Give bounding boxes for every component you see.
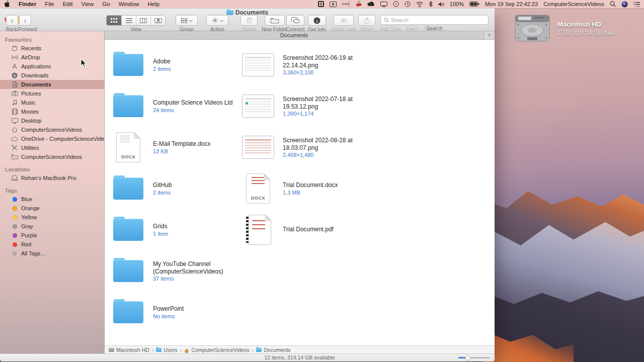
- share-button[interactable]: [358, 15, 375, 26]
- path-segment-macintosh-hd[interactable]: Macintosh HD: [109, 347, 149, 353]
- view-coverflow-button[interactable]: [150, 16, 165, 25]
- file-item-trial-docx[interactable]: DOCX Trial Document.docx1.3 MB: [242, 168, 495, 209]
- view-icons-button[interactable]: [107, 16, 121, 25]
- group-button[interactable]: [176, 15, 198, 26]
- path-segment-users[interactable]: Users: [156, 347, 177, 353]
- laptop-icon: [11, 175, 18, 180]
- path-segment-user-home[interactable]: ComputerScienceVideos: [184, 347, 249, 353]
- menu-go[interactable]: Go: [102, 1, 110, 7]
- sidebar-item-applications[interactable]: Applications: [0, 62, 104, 71]
- file-item-grids[interactable]: Grids1 item: [112, 209, 242, 250]
- display-mirroring-icon[interactable]: [380, 2, 387, 7]
- tag-yellow-icon: [13, 215, 17, 220]
- battery-icon[interactable]: [469, 2, 479, 7]
- fast-user-switch[interactable]: ComputerScienceVideos: [543, 1, 604, 7]
- forward-button[interactable]: ›: [19, 15, 31, 26]
- view-segmented-control: [106, 15, 166, 26]
- parallels-grid-icon[interactable]: [318, 1, 324, 7]
- menu-view[interactable]: View: [82, 1, 94, 7]
- tag-blue-icon: [13, 197, 17, 202]
- airdrop-icon: [12, 54, 18, 60]
- circle-status-icon[interactable]: f: [393, 1, 399, 7]
- menu-file[interactable]: File: [45, 1, 54, 7]
- tab-documents[interactable]: Documents: [105, 31, 484, 39]
- delete-button[interactable]: [240, 15, 258, 26]
- search-input[interactable]: [391, 17, 485, 23]
- file-item-screenshot-2[interactable]: Screenshot 2022-07-18 at 19.53.12.png1,3…: [242, 85, 495, 127]
- time-machine-icon[interactable]: [405, 1, 411, 7]
- spotlight-search-icon[interactable]: [610, 1, 616, 7]
- slider-knob[interactable]: [465, 355, 470, 360]
- sidebar-section-locations: Locations: [0, 164, 104, 173]
- sidebar-item-onedrive[interactable]: OneDrive - ComputerScienceVideos: [0, 134, 104, 143]
- input-menu-icon[interactable]: •••|: [342, 2, 350, 7]
- menubar-clock[interactable]: Mon 19 Sep 22:42:23: [485, 1, 538, 7]
- new-tab-button[interactable]: +: [484, 31, 495, 39]
- sidebar-tag-all-tags[interactable]: All Tags…: [0, 249, 104, 258]
- image-thumbnail-icon: [242, 136, 274, 159]
- folder-icon: [113, 219, 143, 241]
- search-field[interactable]: [380, 15, 489, 25]
- image-thumbnail-icon: [242, 95, 274, 118]
- view-columns-button[interactable]: [136, 16, 150, 25]
- tag-all-icon: [13, 251, 17, 255]
- file-item-screenshot-1[interactable]: Screenshot 2022-06-19 at 22.14.24.png3,3…: [242, 44, 495, 85]
- sidebar-item-macbook-pro[interactable]: Rehan’s MacBook Pro: [0, 173, 104, 183]
- chevron-down-icon: [219, 18, 223, 22]
- file-item-trial-pdf[interactable]: Trial Document.pdf: [242, 209, 495, 250]
- file-item-github[interactable]: GitHub2 items: [112, 168, 242, 209]
- icon-size-slider[interactable]: [458, 357, 490, 358]
- sidebar-tag-orange[interactable]: Orange: [0, 204, 104, 213]
- folder-icon: [156, 348, 162, 352]
- music-icon: [12, 100, 17, 106]
- sidebar: Favourites Recents AirDrop Applications …: [0, 31, 105, 353]
- file-item-email-template[interactable]: DOCX E-Mail Template.docx13 KB: [112, 127, 242, 168]
- quick-look-button[interactable]: [334, 15, 354, 26]
- apple-logo-icon: [4, 1, 10, 7]
- cherry-app-icon[interactable]: [356, 1, 362, 7]
- desktop-drive-macintosh-hd[interactable]: Macintosh HD 1 TB, 319.14 GB free: [514, 14, 614, 43]
- file-item-csv-ltd[interactable]: Computer Science Videos Ltd24 items: [112, 85, 242, 127]
- sidebar-item-downloads[interactable]: Downloads: [0, 71, 104, 80]
- sidebar-item-recents[interactable]: Recents: [0, 44, 104, 53]
- back-button[interactable]: ‹: [6, 15, 18, 26]
- folder-icon: [113, 95, 143, 117]
- file-item-powerpoint[interactable]: PowerPointNo items: [112, 292, 242, 333]
- sidebar-tag-purple[interactable]: Purple: [0, 231, 104, 240]
- apple-menu[interactable]: [4, 1, 10, 8]
- sidebar-item-movies[interactable]: Movies: [0, 107, 104, 116]
- sidebar-tag-gray[interactable]: Gray: [0, 222, 104, 231]
- sidebar-item-utilities[interactable]: Utilities: [0, 143, 104, 152]
- file-item-youtube-channel[interactable]: My YouTube Channel (ComputerScienceVideo…: [112, 250, 242, 292]
- sidebar-item-desktop[interactable]: Desktop: [0, 116, 104, 125]
- sidebar-item-csv-folder[interactable]: ComputerScienceVideos: [0, 152, 104, 161]
- sidebar-item-documents[interactable]: Documents: [0, 80, 104, 89]
- sidebar-item-pictures[interactable]: Pictures: [0, 89, 104, 98]
- bluetooth-icon[interactable]: [429, 1, 433, 7]
- desktop-icon: [12, 118, 18, 124]
- sidebar-item-airdrop[interactable]: AirDrop: [0, 53, 104, 62]
- siri-icon[interactable]: [621, 1, 628, 8]
- sidebar-tag-yellow[interactable]: Yellow: [0, 213, 104, 222]
- view-list-button[interactable]: [121, 16, 136, 25]
- menu-finder[interactable]: Finder: [19, 1, 36, 7]
- sidebar-item-music[interactable]: Music: [0, 98, 104, 107]
- sidebar-item-home[interactable]: ComputerScienceVideos: [0, 125, 104, 134]
- volume-icon[interactable]: [438, 2, 444, 7]
- menu-edit[interactable]: Edit: [63, 1, 73, 7]
- file-item-screenshot-3[interactable]: Screenshot 2022-08-28 at 18.03.07.png2,4…: [242, 127, 495, 168]
- file-item-adobe[interactable]: Adobe2 items: [112, 44, 242, 85]
- menu-help[interactable]: Help: [147, 1, 159, 7]
- notification-center-icon[interactable]: [633, 2, 640, 7]
- menu-window[interactable]: Window: [119, 1, 139, 7]
- sidebar-tag-blue[interactable]: Blue: [0, 195, 104, 204]
- new-folder-button[interactable]: [265, 15, 285, 26]
- cloud-status-icon[interactable]: [367, 2, 375, 7]
- wifi-icon[interactable]: [416, 2, 423, 7]
- path-segment-documents[interactable]: Documents: [256, 347, 290, 353]
- get-info-button[interactable]: i: [308, 15, 326, 26]
- action-button[interactable]: [206, 15, 228, 26]
- connect-button[interactable]: [286, 15, 304, 26]
- screen-recording-icon[interactable]: [330, 2, 337, 7]
- sidebar-tag-red[interactable]: Red: [0, 240, 104, 249]
